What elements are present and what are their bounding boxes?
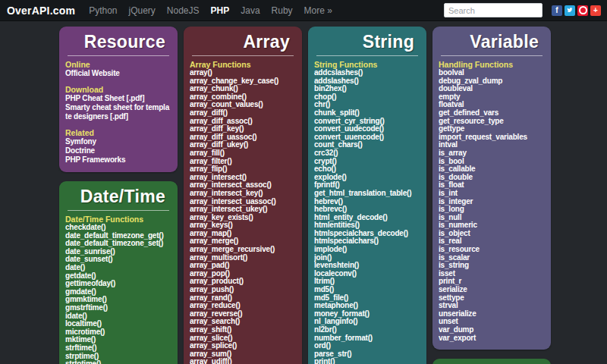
function-link[interactable]: array_intersect_ukey() [190, 206, 296, 214]
function-link[interactable]: array_splice() [190, 342, 296, 350]
function-link[interactable]: unset [439, 318, 545, 326]
function-link[interactable]: localeconv() [314, 270, 420, 278]
function-link[interactable]: intval [439, 141, 545, 149]
function-link[interactable]: strptime() [65, 353, 171, 361]
function-link[interactable]: bin2hex() [314, 85, 420, 93]
function-link[interactable]: is_object [439, 230, 545, 238]
function-link[interactable]: number_format() [314, 334, 420, 343]
function-link[interactable]: array_reduce() [190, 302, 296, 310]
function-link[interactable]: is_int [439, 190, 545, 198]
function-link[interactable]: htmlspecialchars() [314, 237, 420, 246]
function-link[interactable]: is_long [439, 206, 545, 214]
function-link[interactable]: count_chars() [314, 141, 420, 149]
function-link[interactable]: import_request_variables [439, 133, 545, 142]
function-link[interactable]: mktime() [65, 336, 171, 344]
function-link[interactable]: htmlentities() [314, 221, 420, 230]
function-link[interactable]: crc32() [314, 149, 420, 158]
function-link[interactable]: strval [439, 302, 545, 310]
function-link[interactable]: array_search() [190, 318, 296, 326]
function-link[interactable]: array_merge_recursive() [190, 246, 296, 254]
share-plus-icon[interactable]: + [590, 5, 601, 16]
function-link[interactable]: floatval [439, 101, 545, 109]
function-link[interactable]: get_html_translation_table() [314, 190, 420, 198]
search-input[interactable] [444, 3, 543, 17]
function-link[interactable]: array_slice() [190, 334, 296, 343]
site-logo[interactable]: OverAPI.com [7, 5, 75, 17]
function-link[interactable]: array_change_key_case() [190, 77, 296, 86]
function-link[interactable]: levenshtein() [314, 262, 420, 270]
function-link[interactable]: nl_langinfo() [314, 318, 420, 326]
function-link[interactable]: array_pad() [190, 262, 296, 270]
function-link[interactable]: strtotime() [65, 360, 171, 364]
function-link[interactable]: localtime() [65, 320, 171, 328]
function-link[interactable]: hebrevc() [314, 206, 420, 214]
function-link[interactable]: print_r [439, 278, 545, 286]
nav-item-php[interactable]: PHP [211, 5, 230, 16]
function-link[interactable]: array_intersect_uassoc() [190, 198, 296, 206]
function-link[interactable]: fprintf() [314, 181, 420, 190]
function-link[interactable]: array_diff_assoc() [190, 118, 296, 126]
function-link[interactable]: is_float [439, 181, 545, 190]
nav-item-ruby[interactable]: Ruby [272, 5, 293, 16]
function-link[interactable]: array_reverse() [190, 310, 296, 318]
nav-item-java[interactable]: Java [241, 5, 259, 16]
nav-item-python[interactable]: Python [89, 5, 117, 16]
function-link[interactable]: array_merge() [190, 237, 296, 246]
function-link[interactable]: array_shift() [190, 326, 296, 334]
function-link[interactable]: microtime() [65, 328, 171, 337]
function-link[interactable]: array_fill() [190, 149, 296, 158]
function-link[interactable]: array_intersect() [190, 174, 296, 182]
function-link[interactable]: array_diff_uassoc() [190, 133, 296, 142]
function-link[interactable]: date_sunset() [65, 256, 171, 264]
function-link[interactable]: is_null [439, 214, 545, 222]
function-link[interactable]: array() [190, 69, 296, 77]
function-link[interactable]: array_diff() [190, 109, 296, 118]
function-link[interactable]: htmlspecialchars_decode() [314, 230, 420, 238]
function-link[interactable]: chop() [314, 93, 420, 102]
function-link[interactable]: is_string [439, 262, 545, 270]
function-link[interactable]: unserialize [439, 310, 545, 318]
function-link[interactable]: serialize [439, 286, 545, 294]
function-link[interactable]: gettype [439, 125, 545, 133]
function-link[interactable]: array_intersect_key() [190, 190, 296, 198]
function-link[interactable]: checkdate() [65, 224, 171, 232]
function-link[interactable]: gmmktime() [65, 296, 171, 304]
function-link[interactable]: nl2br() [314, 326, 420, 334]
function-link[interactable]: array_rand() [190, 294, 296, 303]
twitter-icon[interactable] [565, 5, 575, 16]
function-link[interactable]: convert_cyr_string() [314, 118, 420, 126]
function-link[interactable]: get_defined_vars [439, 109, 545, 118]
function-link[interactable]: empty [439, 93, 545, 102]
function-link[interactable]: Doctrine [65, 146, 171, 155]
function-link[interactable]: date_default_timezone_get() [65, 232, 171, 240]
function-link[interactable]: is_bool [439, 158, 545, 166]
function-link[interactable]: parse_str() [314, 350, 420, 359]
facebook-icon[interactable]: f [552, 5, 562, 16]
function-link[interactable]: array_product() [190, 278, 296, 286]
function-link[interactable]: addcslashes() [314, 69, 420, 77]
function-link[interactable]: array_count_values() [190, 101, 296, 109]
function-link[interactable]: is_array [439, 149, 545, 158]
function-link[interactable]: md5() [314, 286, 420, 294]
function-link[interactable]: array_keys() [190, 221, 296, 230]
function-link[interactable]: array_flip() [190, 165, 296, 174]
function-link[interactable]: convert_uuencode() [314, 133, 420, 142]
function-link[interactable]: implode() [314, 246, 420, 254]
function-link[interactable]: array_filter() [190, 158, 296, 166]
function-link[interactable]: doubleval [439, 85, 545, 93]
function-link[interactable]: convert_uudecode() [314, 125, 420, 133]
function-link[interactable]: crypt() [314, 158, 420, 166]
function-link[interactable]: money_format() [314, 310, 420, 318]
function-link[interactable]: is_integer [439, 198, 545, 206]
function-link[interactable]: array_udiff() [190, 358, 296, 364]
function-link[interactable]: settype [439, 294, 545, 303]
function-link[interactable]: explode() [314, 174, 420, 182]
function-link[interactable]: is_double [439, 174, 545, 182]
function-link[interactable]: date_default_timezone_set() [65, 240, 171, 248]
function-link[interactable]: array_diff_ukey() [190, 141, 296, 149]
function-link[interactable]: metaphone() [314, 302, 420, 310]
function-link[interactable]: date() [65, 264, 171, 272]
function-link[interactable]: PHP Frameworks [65, 155, 171, 165]
function-link[interactable]: getdate() [65, 272, 171, 281]
function-link[interactable]: array_intersect_assoc() [190, 181, 296, 190]
